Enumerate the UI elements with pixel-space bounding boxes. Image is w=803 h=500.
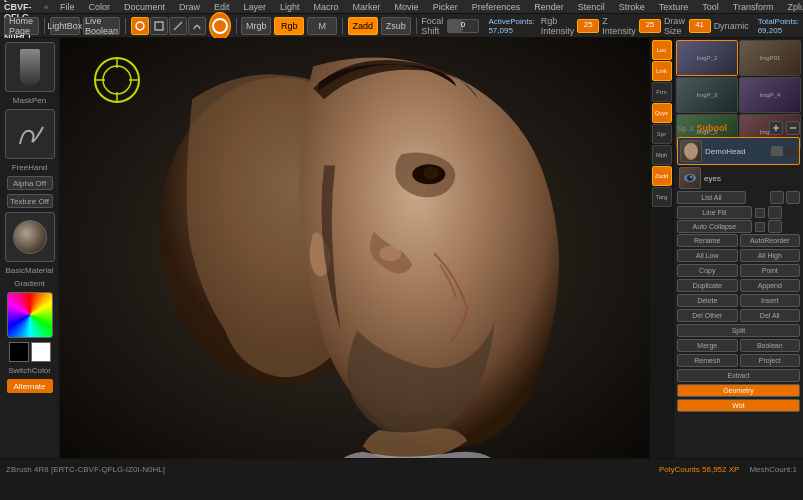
mrgb-btn[interactable]: Mrgb (241, 17, 271, 35)
rgb-btn[interactable]: Rgb (274, 17, 304, 35)
strip-morph-btn[interactable]: Mph (652, 145, 672, 165)
copy-btn[interactable]: Copy (677, 264, 738, 277)
arrow-down-btn[interactable] (786, 191, 800, 204)
lightbox-btn[interactable]: LightBox (50, 17, 80, 35)
menu-preferences[interactable]: Preferences (469, 2, 524, 12)
menu-stroke[interactable]: Stroke (616, 2, 648, 12)
insert-btn[interactable]: Insert (740, 294, 801, 307)
subtool-eyes[interactable]: eyes (677, 165, 800, 191)
material-preview[interactable] (5, 212, 55, 262)
list-all-btn[interactable]: List All (677, 191, 746, 204)
menu-edit[interactable]: Edit (211, 2, 233, 12)
menu-stencil[interactable]: Stencil (575, 2, 608, 12)
switch-color-label: SwitchColor (8, 366, 51, 375)
draw-size-slider[interactable]: 41 (689, 19, 711, 33)
swatch-white[interactable] (31, 342, 51, 362)
canvas-area[interactable] (60, 38, 649, 458)
texture-btn[interactable]: Texture Off (7, 194, 53, 208)
auto-reorder-btn[interactable]: AutoReorder (740, 234, 801, 247)
strip-xyz-btn[interactable]: Qvyz (652, 103, 672, 123)
strip-targy-btn[interactable]: Targ (652, 187, 672, 207)
alternate-btn[interactable]: Alternate (7, 379, 53, 393)
del-other-btn[interactable]: Del Other (677, 309, 738, 322)
subtool-add-btn[interactable] (769, 121, 783, 135)
menu-texture[interactable]: Texture (656, 2, 692, 12)
menu-light[interactable]: Light (277, 2, 303, 12)
menu-file[interactable]: File (57, 2, 78, 12)
all-high-btn[interactable]: All High (740, 249, 801, 262)
rename-btn[interactable]: Rename (677, 234, 738, 247)
freehand-preview-area[interactable] (5, 109, 55, 159)
main-layout: MaskPen FreeHand Alpha Off Texture Off B… (0, 38, 803, 458)
line-fill-arrow[interactable] (768, 206, 782, 219)
duplicate-btn[interactable]: Duplicate (677, 279, 738, 292)
del-all-btn[interactable]: Del All (740, 309, 801, 322)
sp3-label: Sp 3 (677, 124, 693, 133)
strip-frame-btn[interactable]: Frm (652, 82, 672, 102)
strip-link-btn[interactable]: Link (652, 61, 672, 81)
merge-btn[interactable]: Merge (677, 339, 738, 352)
subtool-minus-btn[interactable] (786, 121, 800, 135)
arrow-up-btn[interactable] (770, 191, 784, 204)
swatch-black[interactable] (9, 342, 29, 362)
alpha-btn[interactable]: Alpha Off (7, 176, 53, 190)
point-btn[interactable]: Point (740, 264, 801, 277)
remesh-btn[interactable]: Remesh (677, 354, 738, 367)
menu-marker[interactable]: Marker (350, 2, 384, 12)
menu-zplugin[interactable]: Zplugin (784, 2, 803, 12)
left-panel: MaskPen FreeHand Alpha Off Texture Off B… (0, 38, 60, 458)
line-fill-btn[interactable]: Line Fill (677, 206, 752, 219)
home-page-btn[interactable]: Home Page (4, 17, 39, 35)
thumb-imageplaneroot[interactable]: ImgP_2 (676, 40, 738, 76)
brush-circle-btn[interactable] (209, 12, 231, 40)
zadd-btn[interactable]: Zadd (348, 17, 378, 35)
svg-line-2 (174, 22, 182, 30)
menu-layer[interactable]: Layer (241, 2, 270, 12)
geometry-btn[interactable]: Geometry (677, 384, 800, 397)
strip-zadd2-btn[interactable]: Zadd (652, 166, 672, 186)
menu-transform[interactable]: Transform (730, 2, 777, 12)
menu-picker[interactable]: Picker (430, 2, 461, 12)
menu-color[interactable]: Color (85, 2, 113, 12)
menu-render[interactable]: Render (531, 2, 567, 12)
zsub-btn[interactable]: Zsub (381, 17, 411, 35)
menu-tool[interactable]: Tool (699, 2, 722, 12)
delete-btn[interactable]: Delete (677, 294, 738, 307)
project-btn[interactable]: Project (740, 354, 801, 367)
rgb-intensity-slider[interactable]: 25 (577, 19, 599, 33)
menu-draw[interactable]: Draw (176, 2, 203, 12)
brush-btn-2[interactable] (150, 17, 168, 35)
brush-preview-area[interactable] (5, 42, 55, 92)
subtool-demohead[interactable]: DemoHead (677, 137, 800, 165)
brush-btn-1[interactable] (131, 17, 149, 35)
append-btn[interactable]: Append (740, 279, 801, 292)
eye-toggle[interactable] (771, 146, 783, 156)
list-all-row: List All (677, 191, 800, 204)
head-svg (60, 38, 649, 458)
m-btn[interactable]: M (307, 17, 337, 35)
brush-btn-3[interactable] (169, 17, 187, 35)
split-btn[interactable]: Split (677, 324, 800, 337)
live-boolean-btn[interactable]: Live Boolean (83, 17, 121, 35)
thumb-imageplane4[interactable]: ImgP_4 (739, 77, 801, 113)
line-fill-check[interactable] (755, 208, 765, 218)
menu-document[interactable]: Document (121, 2, 168, 12)
z-intensity-slider[interactable]: 25 (639, 19, 661, 33)
auto-collapse-btn[interactable]: Auto Collapse (677, 220, 752, 233)
wot-btn[interactable]: Wot (677, 399, 800, 412)
color-wheel[interactable] (7, 292, 53, 338)
thumb-imageplane01[interactable]: ImgP01 (739, 40, 801, 76)
strip-spray-btn[interactable]: Spr (652, 124, 672, 144)
menu-macro[interactable]: Macro (311, 2, 342, 12)
focal-shift-slider[interactable]: 0 (447, 19, 480, 33)
thumb-imageplane3[interactable]: ImgP_3 (676, 77, 738, 113)
brush-btn-4[interactable] (188, 17, 206, 35)
eye-toggle2[interactable] (785, 146, 797, 156)
auto-collapse-arrow[interactable] (768, 220, 782, 233)
strip-loc-btn[interactable]: Loc (652, 40, 672, 60)
menu-movie[interactable]: Movie (392, 2, 422, 12)
auto-collapse-check[interactable] (755, 222, 765, 232)
boolean-btn[interactable]: Boolean (740, 339, 801, 352)
all-low-btn[interactable]: All Low (677, 249, 738, 262)
extract-btn[interactable]: Extract (677, 369, 800, 382)
